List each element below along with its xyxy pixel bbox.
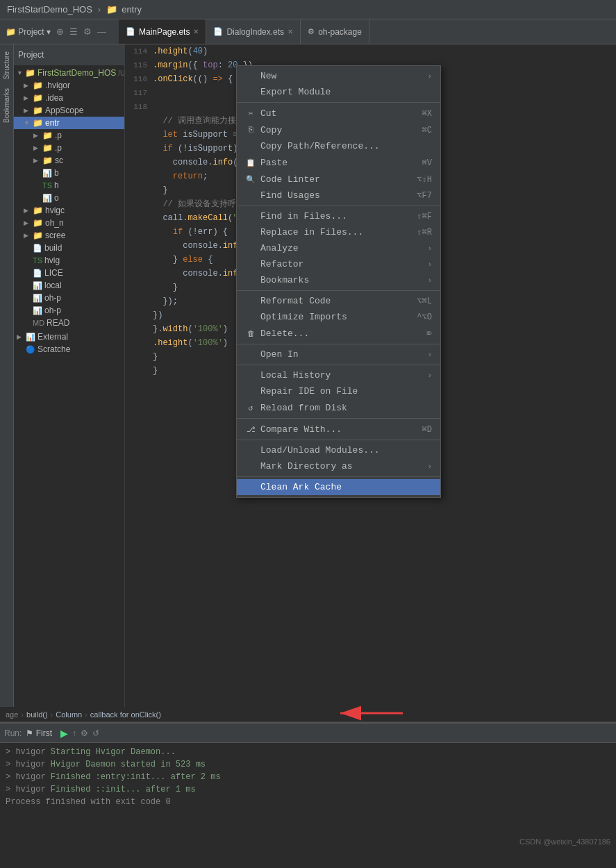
- run-tab-first[interactable]: ⚑ First: [26, 728, 52, 738]
- tree-h[interactable]: TS h: [14, 179, 124, 192]
- entry-arrow: ▼: [24, 119, 31, 126]
- menu-arrow-analyze: ›: [427, 244, 432, 253]
- menu-label-replace-in-files: Replace in Files...: [260, 227, 363, 237]
- code-editor[interactable]: 114 .height(40) 115 .margin({ top: 20 })…: [125, 44, 616, 707]
- tree-idea[interactable]: ▶ 📁 .idea: [14, 92, 124, 104]
- tab-mainpage-close[interactable]: ✕: [193, 28, 199, 35]
- tree-sc[interactable]: ▶ 📁 sc: [14, 154, 124, 167]
- menu-label-reformat-code: Reformat Code: [260, 296, 331, 306]
- tree-lice[interactable]: 📄 LICE: [14, 267, 124, 279]
- tree-build[interactable]: 📄 build: [14, 242, 124, 254]
- menu-item-load-unload[interactable]: Load/Unload Modules...: [237, 442, 440, 458]
- tree-hvig[interactable]: TS hvig: [14, 254, 124, 267]
- title-bar: FirstStartDemo_HOS › 📁 entry: [0, 0, 616, 19]
- left-panel-structure[interactable]: Structure: [3, 51, 10, 80]
- menu-label-export-module: Export Module: [260, 87, 331, 97]
- menu-item-left-open-in: Open In: [245, 349, 299, 360]
- run-play-btn[interactable]: ▶: [60, 728, 68, 739]
- tree-appscope[interactable]: ▶ 📁 AppScope: [14, 104, 124, 117]
- menu-item-clean-ark-cache[interactable]: Clean Ark Cache: [237, 479, 440, 495]
- build-icon: 📄: [33, 244, 42, 253]
- menu-item-new[interactable]: New›: [237, 68, 440, 84]
- menu-item-open-in[interactable]: Open In›: [237, 347, 440, 362]
- run-settings-btn[interactable]: ⚙: [81, 728, 88, 738]
- entry-p1-icon: 📁: [42, 131, 53, 140]
- tree-ohn[interactable]: ▶ 📁 oh_n: [14, 217, 124, 229]
- tab-mainpage[interactable]: 📄 MainPage.ets ✕: [119, 19, 206, 44]
- menu-item-find-in-files[interactable]: Find in Files...⇧⌘F: [237, 208, 440, 224]
- menu-icon-cut: ✂: [245, 108, 256, 119]
- tree-scratch[interactable]: 🔵 Scratche: [14, 343, 124, 356]
- context-menu: New›Export Module✂Cut⌘X⎘Copy⌘CCopy Path/…: [236, 65, 441, 498]
- idea-icon: 📁: [33, 93, 43, 103]
- menu-item-replace-in-files[interactable]: Replace in Files...⇧⌘R: [237, 224, 440, 240]
- toolbar-icon-2[interactable]: ☰: [69, 26, 78, 37]
- menu-item-delete[interactable]: 🗑Delete...⌦: [237, 325, 440, 342]
- tree-hvigor[interactable]: ▶ 📁 .hvigor: [14, 79, 124, 92]
- console-line-2: > hvigor Hvigor Daemon started in 523 ms: [6, 758, 610, 771]
- run-up-btn[interactable]: ↑: [72, 728, 76, 738]
- menu-item-copy[interactable]: ⎘Copy⌘C: [237, 122, 440, 138]
- console-text-3: Finished :entry:init... after 2 ms: [51, 772, 221, 782]
- line-content-else: } else {: [153, 253, 213, 267]
- tree-entry-p1[interactable]: ▶ 📁 .p: [14, 129, 124, 142]
- tree-local[interactable]: 📊 local: [14, 279, 124, 292]
- breadcrumb-column[interactable]: Column: [56, 710, 82, 719]
- tree-entry-p2[interactable]: ▶ 📁 .p: [14, 142, 124, 154]
- menu-item-export-module[interactable]: Export Module: [237, 84, 440, 100]
- tab-dialogindex-close[interactable]: ✕: [288, 28, 293, 35]
- menu-shortcut-optimize-imports: ^⌥O: [417, 312, 432, 322]
- tree-b[interactable]: 📊 b: [14, 167, 124, 179]
- tree-ohp2[interactable]: 📊 oh-p: [14, 304, 124, 317]
- menu-item-mark-directory[interactable]: Mark Directory as›: [237, 458, 440, 474]
- tree-scree[interactable]: ▶ 📁 scree: [14, 229, 124, 242]
- b-icon: 📊: [42, 169, 52, 178]
- menu-item-reload-disk[interactable]: ↺Reload from Disk: [237, 399, 440, 416]
- menu-item-paste[interactable]: 📋Paste⌘V: [237, 154, 440, 171]
- menu-item-find-usages[interactable]: Find Usages⌥F7: [237, 187, 440, 203]
- project-tree: ▼ 📁 FirstStartDemo_HOS /Users/Share ▶ 📁 …: [14, 65, 124, 707]
- run-rerun-btn[interactable]: ↺: [92, 728, 99, 738]
- tree-entry[interactable]: ▼ 📁 entr: [14, 117, 124, 129]
- tree-root[interactable]: ▼ 📁 FirstStartDemo_HOS /Users/Share: [14, 67, 124, 79]
- toolbar-icon-4[interactable]: —: [97, 26, 106, 37]
- tab-dialogindex[interactable]: 📄 DialogIndex.ets ✕: [206, 19, 301, 44]
- breadcrumb-callback[interactable]: callback for onClick(): [90, 710, 161, 719]
- menu-label-delete: Delete...: [260, 328, 309, 339]
- menu-separator: [237, 290, 440, 291]
- breadcrumb-build[interactable]: build(): [26, 710, 48, 719]
- menu-item-refactor[interactable]: Refactor›: [237, 256, 440, 272]
- menu-item-reformat-code[interactable]: Reformat Code⌥⌘L: [237, 293, 440, 309]
- root-label: FirstStartDemo_HOS: [38, 68, 116, 78]
- menu-item-copy-path[interactable]: Copy Path/Reference...: [237, 138, 440, 154]
- menu-label-cut: Cut: [260, 108, 276, 119]
- menu-item-cut[interactable]: ✂Cut⌘X: [237, 105, 440, 122]
- menu-item-optimize-imports[interactable]: Optimize Imports^⌥O: [237, 309, 440, 325]
- entry-p2-label: .p: [55, 143, 62, 153]
- toolbar-icon-3[interactable]: ⚙: [83, 26, 92, 37]
- sc-icon: 📁: [42, 156, 53, 165]
- dialogindex-icon: 📄: [213, 27, 223, 36]
- menu-item-bookmarks[interactable]: Bookmarks›: [237, 272, 440, 288]
- menu-separator: [237, 206, 440, 206]
- bottom-panel: Run: ⚑ First ▶ ↑ ⚙ ↺ > hvigor Starting H…: [0, 722, 616, 847]
- tree-external[interactable]: ▶ 📊 External: [14, 331, 124, 343]
- menu-item-code-linter[interactable]: 🔍Code Linter⌥⇧H: [237, 171, 440, 187]
- tab-ohpackage[interactable]: ⚙ oh-package: [301, 19, 369, 44]
- menu-item-analyze[interactable]: Analyze›: [237, 240, 440, 256]
- menu-item-local-history[interactable]: Local History›: [237, 367, 440, 383]
- project-dropdown[interactable]: 📁 Project ▾: [6, 27, 51, 37]
- tree-ohp1[interactable]: 📊 oh-p: [14, 292, 124, 304]
- menu-item-repair-ide[interactable]: Repair IDE on File: [237, 383, 440, 399]
- menu-arrow-refactor: ›: [427, 260, 432, 269]
- left-panel-bookmarks[interactable]: Bookmarks: [3, 88, 10, 123]
- hvigc-label: hvigc: [45, 206, 65, 215]
- tree-read[interactable]: MD READ: [14, 317, 124, 329]
- appscope-arrow: ▶: [24, 107, 31, 114]
- ohp2-label: oh-p: [44, 306, 61, 315]
- menu-item-compare-with[interactable]: ⎇Compare With...⌘D: [237, 421, 440, 437]
- tree-o[interactable]: 📊 o: [14, 192, 124, 204]
- menu-arrow-bookmarks: ›: [427, 276, 432, 285]
- toolbar-icon-1[interactable]: ⊕: [56, 26, 64, 37]
- tree-hvigc[interactable]: ▶ 📁 hvigc: [14, 204, 124, 217]
